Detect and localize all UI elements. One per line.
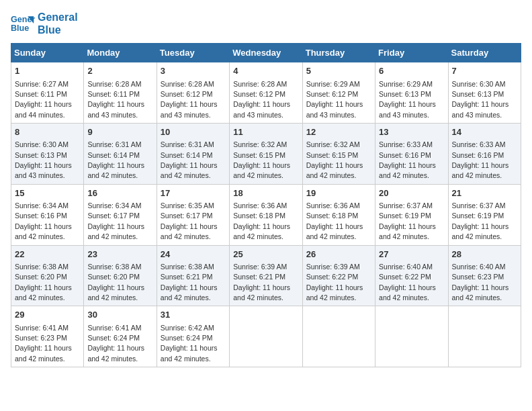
calendar-day: 26 Sunrise: 6:39 AMSunset: 6:22 PMDaylig… [302,245,375,306]
day-number: 20 [379,187,444,199]
calendar-day: 20 Sunrise: 6:37 AMSunset: 6:19 PMDaylig… [375,184,448,245]
calendar-day: 16 Sunrise: 6:34 AMSunset: 6:17 PMDaylig… [84,184,157,245]
calendar-day: 4 Sunrise: 6:28 AMSunset: 6:12 PMDayligh… [230,62,302,124]
day-number: 10 [161,126,226,138]
calendar-day [375,306,448,367]
day-number: 13 [379,126,444,138]
day-info: Sunrise: 6:29 AMSunset: 6:12 PMDaylight:… [306,80,363,119]
calendar-day: 23 Sunrise: 6:38 AMSunset: 6:20 PMDaylig… [84,245,157,306]
day-info: Sunrise: 6:36 AMSunset: 6:18 PMDaylight:… [233,201,290,240]
day-number: 26 [306,248,371,261]
day-info: Sunrise: 6:30 AMSunset: 6:13 PMDaylight:… [15,140,72,179]
day-number: 11 [233,126,298,138]
calendar-day: 29 Sunrise: 6:41 AMSunset: 6:23 PMDaylig… [11,306,84,367]
calendar-day: 6 Sunrise: 6:29 AMSunset: 6:13 PMDayligh… [375,62,448,124]
day-info: Sunrise: 6:40 AMSunset: 6:22 PMDaylight:… [379,263,436,302]
weekday-header-thursday: Thursday [302,44,375,62]
page-header: General Blue General Blue [11,11,521,36]
day-number: 6 [379,65,444,77]
calendar-body: 1 Sunrise: 6:27 AMSunset: 6:11 PMDayligh… [11,62,521,367]
weekday-header-friday: Friday [375,44,448,62]
day-info: Sunrise: 6:41 AMSunset: 6:23 PMDaylight:… [15,324,72,363]
day-info: Sunrise: 6:39 AMSunset: 6:22 PMDaylight:… [306,263,363,302]
day-info: Sunrise: 6:34 AMSunset: 6:16 PMDaylight:… [15,201,72,240]
calendar-day: 2 Sunrise: 6:28 AMSunset: 6:11 PMDayligh… [84,62,157,124]
calendar-day: 1 Sunrise: 6:27 AMSunset: 6:11 PMDayligh… [11,62,84,124]
day-info: Sunrise: 6:28 AMSunset: 6:12 PMDaylight:… [233,80,290,119]
calendar-day: 9 Sunrise: 6:31 AMSunset: 6:14 PMDayligh… [84,124,157,185]
calendar-day: 14 Sunrise: 6:33 AMSunset: 6:16 PMDaylig… [448,124,521,185]
calendar-day: 18 Sunrise: 6:36 AMSunset: 6:18 PMDaylig… [230,184,302,245]
weekday-header-tuesday: Tuesday [157,44,229,62]
day-info: Sunrise: 6:31 AMSunset: 6:14 PMDaylight:… [161,140,218,179]
day-number: 3 [161,65,226,77]
day-info: Sunrise: 6:35 AMSunset: 6:17 PMDaylight:… [161,201,218,240]
day-number: 8 [15,126,80,138]
day-info: Sunrise: 6:34 AMSunset: 6:17 PMDaylight:… [87,201,144,240]
day-number: 17 [161,187,226,199]
svg-text:Blue: Blue [11,24,29,33]
calendar-day: 8 Sunrise: 6:30 AMSunset: 6:13 PMDayligh… [11,124,84,185]
day-number: 30 [87,309,152,321]
day-number: 9 [87,126,152,138]
day-info: Sunrise: 6:32 AMSunset: 6:15 PMDaylight:… [306,140,363,179]
calendar-day: 13 Sunrise: 6:33 AMSunset: 6:16 PMDaylig… [375,124,448,185]
weekday-header-saturday: Saturday [448,44,521,62]
day-number: 31 [161,309,226,321]
day-info: Sunrise: 6:33 AMSunset: 6:16 PMDaylight:… [452,140,509,179]
day-number: 29 [15,309,80,321]
calendar-day: 15 Sunrise: 6:34 AMSunset: 6:16 PMDaylig… [11,184,84,245]
logo-blue: Blue [38,24,78,36]
day-number: 18 [233,187,298,199]
day-number: 4 [233,65,298,77]
calendar-day: 10 Sunrise: 6:31 AMSunset: 6:14 PMDaylig… [157,124,229,185]
calendar-day: 3 Sunrise: 6:28 AMSunset: 6:12 PMDayligh… [157,62,229,124]
weekday-header-sunday: Sunday [11,44,84,62]
day-number: 27 [379,248,444,261]
day-info: Sunrise: 6:36 AMSunset: 6:18 PMDaylight:… [306,201,363,240]
day-number: 14 [452,126,517,138]
weekday-header-row: SundayMondayTuesdayWednesdayThursdayFrid… [11,44,521,62]
day-info: Sunrise: 6:38 AMSunset: 6:20 PMDaylight:… [15,263,72,302]
day-info: Sunrise: 6:40 AMSunset: 6:23 PMDaylight:… [452,263,509,302]
logo: General Blue General Blue [11,11,78,36]
day-number: 5 [306,65,371,77]
day-info: Sunrise: 6:38 AMSunset: 6:20 PMDaylight:… [87,263,144,302]
day-info: Sunrise: 6:42 AMSunset: 6:24 PMDaylight:… [161,324,218,363]
day-number: 7 [452,65,517,77]
calendar-day: 21 Sunrise: 6:37 AMSunset: 6:19 PMDaylig… [448,184,521,245]
day-number: 12 [306,126,371,138]
calendar-day [302,306,375,367]
day-info: Sunrise: 6:37 AMSunset: 6:19 PMDaylight:… [379,201,436,240]
day-number: 2 [87,65,152,77]
day-info: Sunrise: 6:27 AMSunset: 6:11 PMDaylight:… [15,80,72,119]
day-info: Sunrise: 6:28 AMSunset: 6:11 PMDaylight:… [87,80,144,119]
calendar-day: 7 Sunrise: 6:30 AMSunset: 6:13 PMDayligh… [448,62,521,124]
logo-icon: General Blue [11,11,35,36]
weekday-header-wednesday: Wednesday [230,44,302,62]
day-info: Sunrise: 6:31 AMSunset: 6:14 PMDaylight:… [87,140,144,179]
day-info: Sunrise: 6:37 AMSunset: 6:19 PMDaylight:… [452,201,509,240]
calendar-table: SundayMondayTuesdayWednesdayThursdayFrid… [11,43,521,367]
calendar-week-2: 8 Sunrise: 6:30 AMSunset: 6:13 PMDayligh… [11,124,521,185]
calendar-week-1: 1 Sunrise: 6:27 AMSunset: 6:11 PMDayligh… [11,62,521,124]
calendar-day [230,306,302,367]
day-number: 19 [306,187,371,199]
day-info: Sunrise: 6:32 AMSunset: 6:15 PMDaylight:… [233,140,290,179]
calendar-day: 19 Sunrise: 6:36 AMSunset: 6:18 PMDaylig… [302,184,375,245]
calendar-day: 27 Sunrise: 6:40 AMSunset: 6:22 PMDaylig… [375,245,448,306]
calendar-day: 31 Sunrise: 6:42 AMSunset: 6:24 PMDaylig… [157,306,229,367]
day-info: Sunrise: 6:29 AMSunset: 6:13 PMDaylight:… [379,80,436,119]
day-number: 24 [161,248,226,261]
calendar-day [448,306,521,367]
calendar-day: 24 Sunrise: 6:38 AMSunset: 6:21 PMDaylig… [157,245,229,306]
calendar-day: 28 Sunrise: 6:40 AMSunset: 6:23 PMDaylig… [448,245,521,306]
day-number: 25 [233,248,298,261]
day-info: Sunrise: 6:33 AMSunset: 6:16 PMDaylight:… [379,140,436,179]
calendar-day: 22 Sunrise: 6:38 AMSunset: 6:20 PMDaylig… [11,245,84,306]
day-number: 21 [452,187,517,199]
calendar-day: 25 Sunrise: 6:39 AMSunset: 6:21 PMDaylig… [230,245,302,306]
day-number: 22 [15,248,80,261]
day-info: Sunrise: 6:30 AMSunset: 6:13 PMDaylight:… [452,80,509,119]
weekday-header-monday: Monday [84,44,157,62]
